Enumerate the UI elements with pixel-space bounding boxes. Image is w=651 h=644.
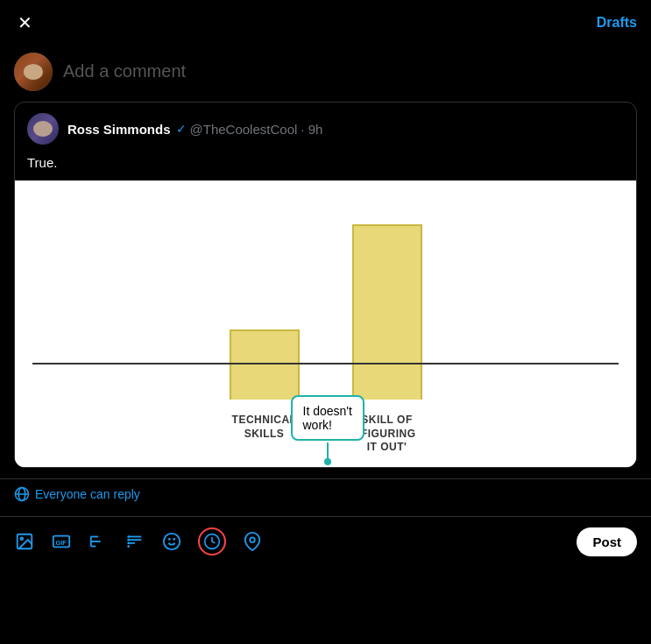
toolbar-divider bbox=[0, 516, 651, 517]
post-author-info: Ross Simmonds ✓ @TheCoolestCool · 9h bbox=[67, 122, 322, 137]
poll-icon[interactable] bbox=[88, 531, 109, 552]
user-avatar bbox=[14, 53, 53, 91]
svg-point-17 bbox=[127, 542, 130, 545]
location-icon[interactable] bbox=[242, 531, 263, 552]
svg-point-16 bbox=[127, 539, 130, 541]
toolbar: GIF bbox=[0, 520, 651, 563]
list-icon[interactable] bbox=[124, 531, 145, 552]
emoji-icon[interactable] bbox=[161, 531, 182, 552]
gif-icon[interactable]: GIF bbox=[51, 531, 72, 552]
header: ✕ Drafts bbox=[0, 0, 651, 46]
tooltip-container: It doesn'twork! bbox=[291, 395, 364, 441]
everyone-reply-label: Everyone can reply bbox=[35, 487, 140, 501]
globe-icon bbox=[14, 486, 30, 502]
tooltip-arrow bbox=[327, 442, 329, 460]
bar-technical bbox=[230, 329, 300, 400]
chart-baseline bbox=[32, 363, 619, 364]
post-header: Ross Simmonds ✓ @TheCoolestCool · 9h bbox=[15, 103, 636, 150]
verified-badge-icon: ✓ bbox=[176, 122, 187, 136]
footer-bar: Everyone can reply bbox=[0, 478, 651, 516]
schedule-icon[interactable] bbox=[198, 527, 226, 556]
svg-point-14 bbox=[127, 545, 130, 548]
post-author-name: Ross Simmonds bbox=[67, 122, 171, 137]
svg-point-18 bbox=[164, 534, 180, 549]
chart-label-technical: TECHNICALSKILLS bbox=[230, 414, 300, 455]
post-author-avatar bbox=[27, 113, 59, 145]
everyone-reply-button[interactable]: Everyone can reply bbox=[14, 486, 637, 502]
chart-bar-figuring bbox=[352, 198, 422, 400]
comment-input[interactable]: Add a comment bbox=[63, 53, 186, 81]
tooltip-box: It doesn'twork! bbox=[291, 395, 364, 441]
post-button[interactable]: Post bbox=[577, 527, 637, 556]
bar-figuring bbox=[352, 224, 422, 400]
comment-area: Add a comment bbox=[0, 46, 651, 102]
close-button[interactable]: ✕ bbox=[14, 11, 36, 35]
toolbar-icons: GIF bbox=[14, 527, 573, 556]
svg-point-4 bbox=[20, 538, 23, 541]
svg-point-22 bbox=[250, 538, 255, 543]
post-text: True. bbox=[15, 150, 636, 180]
post-time: · 9h bbox=[301, 122, 322, 137]
drafts-button[interactable]: Drafts bbox=[597, 15, 637, 31]
tooltip-text: It doesn'twork! bbox=[303, 404, 352, 432]
svg-text:GIF: GIF bbox=[56, 539, 67, 547]
chart-bar-technical bbox=[230, 198, 300, 400]
post-handle: @TheCoolestCool bbox=[190, 122, 298, 137]
svg-point-15 bbox=[127, 535, 130, 538]
main-content: Everyone can reply It doesn'twork! bbox=[0, 478, 651, 563]
image-icon[interactable] bbox=[14, 531, 35, 552]
